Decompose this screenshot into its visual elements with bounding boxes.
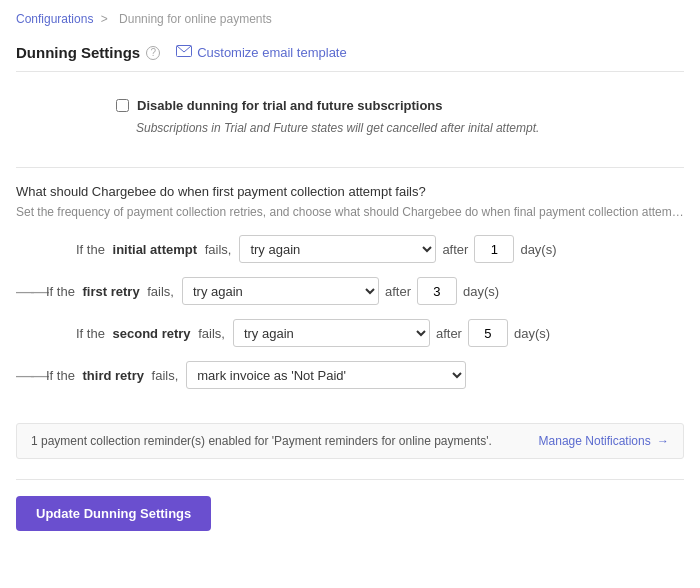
disable-dunning-description: Subscriptions in Trial and Future states…	[136, 119, 664, 137]
after-label-second: after	[436, 326, 462, 341]
main-content: Dunning Settings ? Customize email templ…	[0, 34, 700, 551]
help-icon[interactable]: ?	[146, 46, 160, 60]
disable-dunning-block: Disable dunning for trial and future sub…	[116, 88, 664, 147]
breadcrumb: Configurations > Dunning for online paym…	[0, 0, 700, 34]
breadcrumb-current: Dunning for online payments	[119, 12, 272, 26]
manage-arrow-icon: →	[657, 434, 669, 448]
if-label-initial: If the	[76, 242, 105, 257]
days-label-second: day(s)	[514, 326, 550, 341]
retry-row-second: If the second retry fails, try again mar…	[16, 319, 684, 347]
fails-first: fails,	[147, 284, 174, 299]
after-label-initial: after	[442, 242, 468, 257]
attempt-second: second retry	[109, 326, 194, 341]
fails-initial: fails,	[205, 242, 232, 257]
days-input-second[interactable]	[468, 319, 508, 347]
question-subtitle: Set the frequency of payment collection …	[16, 205, 684, 219]
breadcrumb-parent[interactable]: Configurations	[16, 12, 93, 26]
days-label-initial: day(s)	[520, 242, 556, 257]
section-header: Dunning Settings ? Customize email templ…	[16, 34, 684, 72]
retry-row-first: —— If the first retry fails, try again m…	[16, 277, 684, 305]
notification-bar: 1 payment collection reminder(s) enabled…	[16, 423, 684, 459]
if-label-third: If the	[46, 368, 75, 383]
action-select-third[interactable]: try again mark invoice as 'Not Paid' can…	[186, 361, 466, 389]
after-label-first: after	[385, 284, 411, 299]
section-title: Dunning Settings	[16, 44, 140, 61]
action-select-initial[interactable]: try again mark invoice as 'Not Paid' can…	[239, 235, 436, 263]
days-input-first[interactable]	[417, 277, 457, 305]
retry-row-third: —— If the third retry fails, try again m…	[16, 361, 684, 389]
attempt-first: first retry	[79, 284, 143, 299]
envelope-icon	[176, 45, 192, 60]
question-title: What should Chargebee do when first paym…	[16, 184, 684, 199]
fails-third: fails,	[152, 368, 179, 383]
attempt-third: third retry	[79, 368, 148, 383]
disable-dunning-checkbox[interactable]	[116, 99, 129, 112]
update-dunning-button[interactable]: Update Dunning Settings	[16, 496, 211, 531]
manage-notifications-link[interactable]: Manage Notifications →	[539, 434, 669, 448]
if-label-first: If the	[46, 284, 75, 299]
section-divider	[16, 167, 684, 168]
breadcrumb-separator: >	[101, 12, 108, 26]
days-input-initial[interactable]	[474, 235, 514, 263]
retry-row-initial: If the initial attempt fails, try again …	[16, 235, 684, 263]
attempt-initial: initial attempt	[109, 242, 201, 257]
action-select-first[interactable]: try again mark invoice as 'Not Paid' can…	[182, 277, 379, 305]
footer-divider	[16, 479, 684, 480]
manage-notifications-label: Manage Notifications	[539, 434, 651, 448]
action-select-second[interactable]: try again mark invoice as 'Not Paid' can…	[233, 319, 430, 347]
customize-email-link[interactable]: Customize email template	[176, 45, 347, 60]
if-label-second: If the	[76, 326, 105, 341]
disable-dunning-label: Disable dunning for trial and future sub…	[137, 98, 443, 113]
disable-dunning-row: Disable dunning for trial and future sub…	[116, 98, 664, 113]
question-section: What should Chargebee do when first paym…	[16, 184, 684, 413]
days-label-first: day(s)	[463, 284, 499, 299]
fails-second: fails,	[198, 326, 225, 341]
customize-email-label: Customize email template	[197, 45, 347, 60]
notification-text: 1 payment collection reminder(s) enabled…	[31, 434, 492, 448]
